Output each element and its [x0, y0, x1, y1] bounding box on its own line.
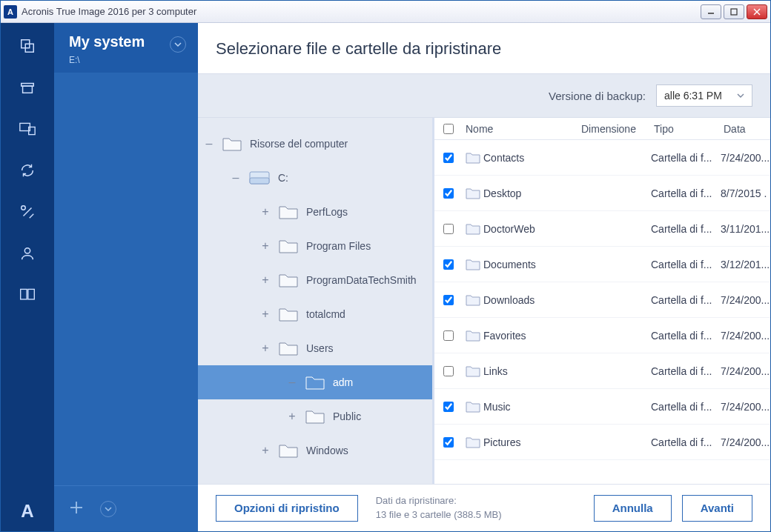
row-checkbox[interactable]	[443, 330, 454, 341]
chevron-down-icon[interactable]	[100, 501, 116, 517]
cell-name: Desktop	[483, 187, 578, 199]
table-row[interactable]: DownloadsCartella di f...7/24/200...	[434, 282, 770, 318]
expand-icon[interactable]: –	[287, 376, 297, 388]
cell-type: Cartella di f...	[651, 152, 721, 164]
tree-node[interactable]: –adm	[198, 365, 432, 399]
close-button[interactable]	[747, 4, 767, 19]
restore-options-button[interactable]: Opzioni di ripristino	[216, 495, 358, 522]
folder-icon	[278, 272, 299, 288]
expand-icon[interactable]: +	[260, 274, 271, 286]
folder-icon	[463, 187, 483, 200]
cell-type: Cartella di f...	[651, 436, 721, 448]
version-label: Versione di backup:	[549, 90, 646, 102]
row-checkbox[interactable]	[443, 188, 454, 199]
table-row[interactable]: ContactsCartella di f...7/24/200...	[434, 140, 770, 176]
acronis-logo-icon[interactable]: A	[19, 503, 36, 519]
col-type[interactable]: Tipo	[654, 123, 724, 135]
cell-type: Cartella di f...	[651, 365, 721, 377]
tree-node[interactable]: +ProgramDataTechSmith	[198, 263, 432, 297]
tree-root[interactable]: – Risorse del computer	[198, 127, 432, 161]
sidebar-plan-name: My system	[69, 33, 165, 50]
tree-label: C:	[278, 172, 288, 184]
cell-name: Documents	[483, 259, 578, 270]
table-row[interactable]: PicturesCartella di f...7/24/200...	[434, 425, 770, 460]
summary-label: Dati da ripristinare:	[376, 494, 576, 508]
col-date[interactable]: Data	[724, 123, 770, 135]
tools-icon[interactable]	[19, 204, 36, 220]
tree-node[interactable]: +Users	[198, 331, 432, 365]
cell-type: Cartella di f...	[651, 294, 721, 306]
help-icon[interactable]	[19, 287, 36, 303]
cell-date: 8/7/2015 .	[721, 187, 770, 199]
maximize-button[interactable]	[724, 4, 744, 19]
restore-summary: Dati da ripristinare: 13 file e 3 cartel…	[376, 494, 576, 521]
cell-type: Cartella di f...	[651, 330, 721, 342]
row-checkbox[interactable]	[443, 295, 454, 305]
table-row[interactable]: FavoritesCartella di f...7/24/200...	[434, 318, 770, 353]
tree-label: Public	[333, 410, 361, 422]
cell-date: 7/24/200...	[721, 401, 770, 413]
col-size[interactable]: Dimensione	[581, 123, 654, 135]
add-plan-icon[interactable]	[69, 500, 84, 518]
tree-drive[interactable]: – C:	[198, 161, 432, 195]
row-checkbox[interactable]	[443, 153, 454, 163]
folder-icon	[463, 222, 483, 236]
table-row[interactable]: DocumentsCartella di f...3/12/201...	[434, 247, 770, 282]
cancel-button[interactable]: Annulla	[594, 495, 672, 522]
collapse-icon[interactable]: –	[231, 172, 241, 184]
select-all-checkbox[interactable]	[443, 124, 454, 134]
sync-icon[interactable]	[19, 162, 36, 179]
expand-icon[interactable]: +	[260, 445, 271, 456]
drive-icon	[248, 169, 271, 187]
tree-node[interactable]: +Program Files	[198, 229, 432, 263]
file-table[interactable]: Nome Dimensione Tipo Data ContactsCartel…	[432, 118, 770, 484]
sync-devices-icon[interactable]	[19, 121, 36, 137]
cell-type: Cartella di f...	[651, 401, 721, 413]
expand-icon[interactable]: +	[260, 206, 271, 218]
row-checkbox[interactable]	[443, 402, 454, 412]
table-row[interactable]: MusicCartella di f...7/24/200...	[434, 389, 770, 425]
svg-rect-7	[23, 86, 33, 93]
folder-tree[interactable]: – Risorse del computer – C: +PerfLogs+Pr…	[198, 118, 432, 484]
folder-icon	[222, 136, 242, 152]
svg-rect-1	[731, 9, 737, 15]
table-row[interactable]: DesktopCartella di f...8/7/2015 .	[434, 176, 770, 211]
account-icon[interactable]	[19, 245, 36, 262]
tree-node[interactable]: +PerfLogs	[198, 195, 432, 229]
nav-rail: A	[1, 23, 54, 531]
row-checkbox[interactable]	[443, 259, 454, 270]
folder-icon	[278, 306, 299, 322]
cell-date: 7/24/200...	[721, 436, 770, 448]
sidebar: My system E:\	[54, 23, 198, 531]
minimize-button[interactable]	[701, 4, 721, 19]
expand-icon[interactable]: +	[260, 308, 271, 320]
table-row[interactable]: LinksCartella di f...7/24/200...	[434, 353, 770, 389]
sidebar-plan-path: E:\	[69, 55, 165, 65]
row-checkbox[interactable]	[443, 224, 454, 234]
tree-node[interactable]: +totalcmd	[198, 297, 432, 331]
archive-icon[interactable]	[19, 79, 36, 96]
sidebar-current-plan[interactable]: My system E:\	[54, 23, 198, 73]
chevron-down-icon[interactable]	[170, 36, 186, 53]
folder-icon	[463, 258, 483, 271]
cell-type: Cartella di f...	[651, 259, 721, 270]
collapse-icon[interactable]: –	[204, 138, 214, 150]
next-button[interactable]: Avanti	[682, 495, 752, 522]
expand-icon[interactable]: +	[260, 240, 271, 252]
row-checkbox[interactable]	[443, 437, 454, 448]
page-title: Selezionare file e cartelle da ripristin…	[198, 23, 770, 73]
folder-icon	[305, 408, 325, 425]
expand-icon[interactable]: +	[260, 342, 271, 354]
cell-name: DoctorWeb	[483, 223, 578, 235]
table-row[interactable]: DoctorWebCartella di f...3/11/201...	[434, 211, 770, 247]
tree-node[interactable]: +Windows	[198, 433, 432, 468]
backup-icon[interactable]	[19, 38, 36, 54]
tree-label: Risorse del computer	[250, 138, 348, 150]
svg-rect-13	[28, 289, 34, 299]
version-select[interactable]: alle 6:31 PM	[656, 84, 752, 107]
expand-icon[interactable]: +	[287, 410, 297, 422]
col-name[interactable]: Nome	[463, 123, 581, 135]
cell-name: Pictures	[483, 436, 578, 448]
tree-node[interactable]: +Public	[198, 399, 432, 433]
row-checkbox[interactable]	[443, 366, 454, 376]
